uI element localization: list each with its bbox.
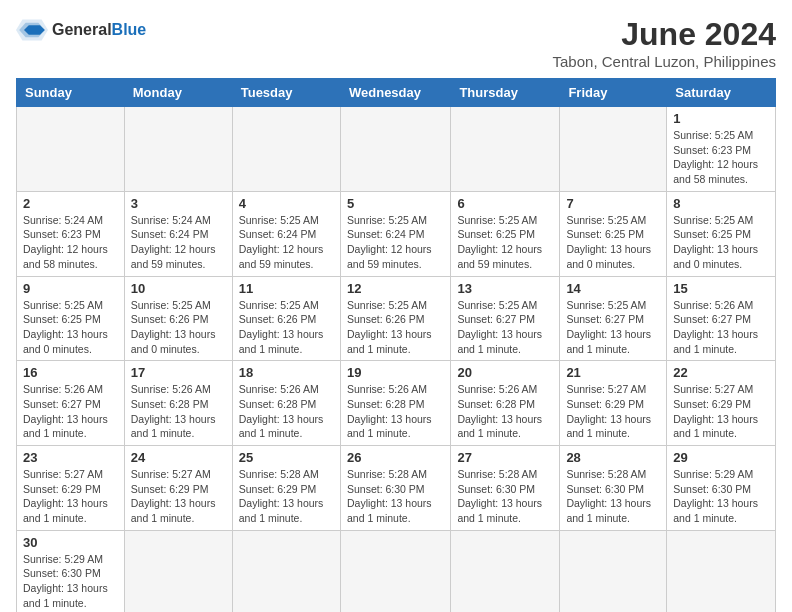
day-number: 26 [347,450,444,465]
day-info: Sunrise: 5:26 AMSunset: 6:27 PMDaylight:… [673,298,769,357]
day-number: 18 [239,365,334,380]
day-number: 22 [673,365,769,380]
calendar-cell: 9Sunrise: 5:25 AMSunset: 6:25 PMDaylight… [17,276,125,361]
day-info: Sunrise: 5:25 AMSunset: 6:26 PMDaylight:… [131,298,226,357]
calendar-cell: 20Sunrise: 5:26 AMSunset: 6:28 PMDayligh… [451,361,560,446]
day-number: 2 [23,196,118,211]
day-info: Sunrise: 5:25 AMSunset: 6:24 PMDaylight:… [239,213,334,272]
day-info: Sunrise: 5:27 AMSunset: 6:29 PMDaylight:… [131,467,226,526]
calendar-cell [124,107,232,192]
weekday-header-row: SundayMondayTuesdayWednesdayThursdayFrid… [17,79,776,107]
calendar-cell: 24Sunrise: 5:27 AMSunset: 6:29 PMDayligh… [124,446,232,531]
calendar-title: June 2024 [553,16,776,53]
week-row-6: 30Sunrise: 5:29 AMSunset: 6:30 PMDayligh… [17,530,776,612]
calendar-cell: 2Sunrise: 5:24 AMSunset: 6:23 PMDaylight… [17,191,125,276]
day-number: 5 [347,196,444,211]
weekday-header-thursday: Thursday [451,79,560,107]
week-row-5: 23Sunrise: 5:27 AMSunset: 6:29 PMDayligh… [17,446,776,531]
logo-icon [16,16,48,44]
week-row-4: 16Sunrise: 5:26 AMSunset: 6:27 PMDayligh… [17,361,776,446]
calendar-cell: 26Sunrise: 5:28 AMSunset: 6:30 PMDayligh… [340,446,450,531]
calendar-cell: 28Sunrise: 5:28 AMSunset: 6:30 PMDayligh… [560,446,667,531]
day-number: 1 [673,111,769,126]
day-info: Sunrise: 5:26 AMSunset: 6:28 PMDaylight:… [239,382,334,441]
calendar-cell: 8Sunrise: 5:25 AMSunset: 6:25 PMDaylight… [667,191,776,276]
day-info: Sunrise: 5:25 AMSunset: 6:26 PMDaylight:… [239,298,334,357]
calendar-cell: 25Sunrise: 5:28 AMSunset: 6:29 PMDayligh… [232,446,340,531]
day-number: 25 [239,450,334,465]
calendar-table: SundayMondayTuesdayWednesdayThursdayFrid… [16,78,776,612]
calendar-cell: 7Sunrise: 5:25 AMSunset: 6:25 PMDaylight… [560,191,667,276]
day-number: 4 [239,196,334,211]
day-number: 6 [457,196,553,211]
week-row-2: 2Sunrise: 5:24 AMSunset: 6:23 PMDaylight… [17,191,776,276]
calendar-cell: 14Sunrise: 5:25 AMSunset: 6:27 PMDayligh… [560,276,667,361]
calendar-cell [232,107,340,192]
calendar-cell [340,107,450,192]
calendar-cell: 3Sunrise: 5:24 AMSunset: 6:24 PMDaylight… [124,191,232,276]
week-row-1: 1Sunrise: 5:25 AMSunset: 6:23 PMDaylight… [17,107,776,192]
calendar-cell: 30Sunrise: 5:29 AMSunset: 6:30 PMDayligh… [17,530,125,612]
day-info: Sunrise: 5:28 AMSunset: 6:30 PMDaylight:… [566,467,660,526]
calendar-cell: 23Sunrise: 5:27 AMSunset: 6:29 PMDayligh… [17,446,125,531]
day-info: Sunrise: 5:26 AMSunset: 6:27 PMDaylight:… [23,382,118,441]
logo-blue: Blue [112,21,147,38]
day-number: 23 [23,450,118,465]
weekday-header-wednesday: Wednesday [340,79,450,107]
day-info: Sunrise: 5:28 AMSunset: 6:29 PMDaylight:… [239,467,334,526]
day-info: Sunrise: 5:25 AMSunset: 6:23 PMDaylight:… [673,128,769,187]
calendar-cell: 11Sunrise: 5:25 AMSunset: 6:26 PMDayligh… [232,276,340,361]
calendar-cell: 12Sunrise: 5:25 AMSunset: 6:26 PMDayligh… [340,276,450,361]
day-info: Sunrise: 5:24 AMSunset: 6:23 PMDaylight:… [23,213,118,272]
day-info: Sunrise: 5:26 AMSunset: 6:28 PMDaylight:… [347,382,444,441]
day-number: 19 [347,365,444,380]
weekday-header-saturday: Saturday [667,79,776,107]
day-info: Sunrise: 5:29 AMSunset: 6:30 PMDaylight:… [673,467,769,526]
calendar-cell [17,107,125,192]
weekday-header-sunday: Sunday [17,79,125,107]
day-number: 21 [566,365,660,380]
logo: GeneralBlue [16,16,146,44]
day-info: Sunrise: 5:26 AMSunset: 6:28 PMDaylight:… [457,382,553,441]
day-info: Sunrise: 5:25 AMSunset: 6:25 PMDaylight:… [457,213,553,272]
calendar-cell [124,530,232,612]
day-number: 10 [131,281,226,296]
day-info: Sunrise: 5:29 AMSunset: 6:30 PMDaylight:… [23,552,118,611]
day-info: Sunrise: 5:25 AMSunset: 6:25 PMDaylight:… [673,213,769,272]
day-info: Sunrise: 5:27 AMSunset: 6:29 PMDaylight:… [23,467,118,526]
calendar-cell: 5Sunrise: 5:25 AMSunset: 6:24 PMDaylight… [340,191,450,276]
calendar-cell: 19Sunrise: 5:26 AMSunset: 6:28 PMDayligh… [340,361,450,446]
day-info: Sunrise: 5:25 AMSunset: 6:26 PMDaylight:… [347,298,444,357]
day-number: 11 [239,281,334,296]
calendar-cell: 6Sunrise: 5:25 AMSunset: 6:25 PMDaylight… [451,191,560,276]
day-number: 8 [673,196,769,211]
day-number: 3 [131,196,226,211]
day-number: 14 [566,281,660,296]
calendar-cell: 21Sunrise: 5:27 AMSunset: 6:29 PMDayligh… [560,361,667,446]
week-row-3: 9Sunrise: 5:25 AMSunset: 6:25 PMDaylight… [17,276,776,361]
day-number: 9 [23,281,118,296]
day-info: Sunrise: 5:27 AMSunset: 6:29 PMDaylight:… [673,382,769,441]
day-number: 15 [673,281,769,296]
day-info: Sunrise: 5:25 AMSunset: 6:24 PMDaylight:… [347,213,444,272]
day-number: 13 [457,281,553,296]
calendar-cell: 18Sunrise: 5:26 AMSunset: 6:28 PMDayligh… [232,361,340,446]
calendar-cell: 29Sunrise: 5:29 AMSunset: 6:30 PMDayligh… [667,446,776,531]
day-info: Sunrise: 5:28 AMSunset: 6:30 PMDaylight:… [457,467,553,526]
calendar-cell: 16Sunrise: 5:26 AMSunset: 6:27 PMDayligh… [17,361,125,446]
calendar-cell: 17Sunrise: 5:26 AMSunset: 6:28 PMDayligh… [124,361,232,446]
day-number: 20 [457,365,553,380]
calendar-cell: 22Sunrise: 5:27 AMSunset: 6:29 PMDayligh… [667,361,776,446]
day-info: Sunrise: 5:27 AMSunset: 6:29 PMDaylight:… [566,382,660,441]
header: GeneralBlue June 2024 Tabon, Central Luz… [16,16,776,70]
weekday-header-friday: Friday [560,79,667,107]
calendar-cell: 15Sunrise: 5:26 AMSunset: 6:27 PMDayligh… [667,276,776,361]
day-number: 24 [131,450,226,465]
day-info: Sunrise: 5:25 AMSunset: 6:25 PMDaylight:… [23,298,118,357]
logo-text: GeneralBlue [52,21,146,39]
calendar-cell [451,530,560,612]
day-number: 7 [566,196,660,211]
day-number: 12 [347,281,444,296]
calendar-cell [560,107,667,192]
calendar-cell [560,530,667,612]
